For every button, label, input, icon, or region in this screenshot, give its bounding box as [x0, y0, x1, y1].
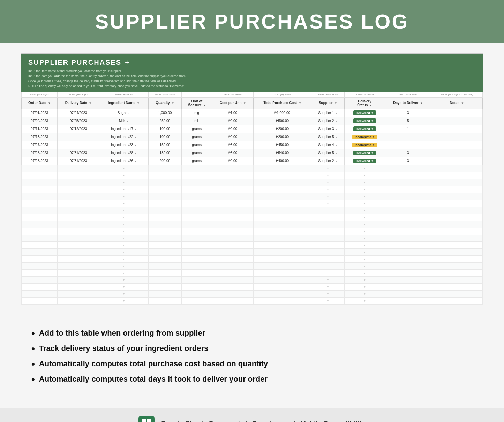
cell-notes[interactable] — [431, 117, 483, 125]
empty-order-date[interactable] — [22, 290, 58, 297]
empty-quantity[interactable] — [148, 179, 181, 186]
col-notes[interactable]: Notes ▼ — [431, 97, 483, 109]
empty-quantity[interactable] — [148, 262, 181, 269]
empty-quantity[interactable] — [148, 248, 181, 255]
col-cost-per-unit[interactable]: Cost per Unit ▼ — [212, 97, 254, 109]
empty-notes[interactable] — [431, 248, 483, 255]
empty-notes[interactable] — [431, 179, 483, 186]
empty-delivery-date[interactable] — [58, 214, 99, 221]
empty-supplier[interactable] — [311, 165, 345, 172]
empty-ingredient[interactable] — [99, 214, 149, 221]
cell-order-date[interactable]: 07/20/2023 — [22, 117, 58, 125]
empty-quantity[interactable] — [148, 276, 181, 283]
cell-order-date[interactable]: 07/28/2023 — [22, 157, 58, 165]
cell-delivery-date[interactable]: 07/31/2023 — [58, 157, 99, 165]
cell-ingredient-name[interactable]: Ingredient #17 — [99, 125, 149, 133]
empty-status[interactable] — [345, 228, 385, 235]
filter-icon[interactable]: ▼ — [89, 102, 92, 105]
empty-status[interactable] — [345, 262, 385, 269]
empty-status[interactable] — [345, 269, 385, 276]
empty-ingredient[interactable] — [99, 165, 149, 172]
empty-notes[interactable] — [431, 297, 483, 304]
cell-quantity[interactable]: 100.00 — [148, 133, 181, 141]
empty-quantity[interactable] — [148, 290, 181, 297]
empty-delivery-date[interactable] — [58, 248, 99, 255]
cell-ingredient-name[interactable]: Ingredient #23 — [99, 141, 149, 149]
delivery-status-badge[interactable]: Incomplete ▼ — [352, 143, 377, 147]
empty-ingredient[interactable] — [99, 221, 149, 228]
cell-supplier[interactable]: Supplier 1 — [311, 109, 345, 117]
empty-delivery-date[interactable] — [58, 228, 99, 235]
empty-ingredient[interactable] — [99, 269, 149, 276]
cell-delivery-status[interactable]: Incomplete ▼ — [345, 133, 385, 141]
filter-icon[interactable]: ▼ — [137, 102, 140, 105]
empty-quantity[interactable] — [148, 214, 181, 221]
empty-quantity[interactable] — [148, 200, 181, 207]
col-unit-of-measure[interactable]: Unit ofMeasure ▼ — [181, 97, 212, 109]
filter-icon[interactable]: ▼ — [334, 102, 337, 105]
filter-icon[interactable]: ▼ — [461, 102, 464, 105]
empty-status[interactable] — [345, 165, 385, 172]
empty-notes[interactable] — [431, 241, 483, 248]
cell-notes[interactable] — [431, 133, 483, 141]
cell-order-date[interactable]: 07/13/2023 — [22, 133, 58, 141]
empty-ingredient[interactable] — [99, 235, 149, 241]
empty-supplier[interactable] — [311, 186, 345, 193]
empty-delivery-date[interactable] — [58, 235, 99, 241]
delivery-status-badge[interactable]: Delivered ▼ — [353, 126, 376, 131]
status-dropdown-arrow[interactable]: ▼ — [372, 136, 375, 138]
cell-notes[interactable] — [431, 141, 483, 149]
empty-supplier[interactable] — [311, 269, 345, 276]
empty-order-date[interactable] — [22, 262, 58, 269]
empty-ingredient[interactable] — [99, 283, 149, 290]
empty-notes[interactable] — [431, 276, 483, 283]
empty-notes[interactable] — [431, 228, 483, 235]
empty-notes[interactable] — [431, 172, 483, 179]
empty-ingredient[interactable] — [99, 290, 149, 297]
empty-order-date[interactable] — [22, 269, 58, 276]
cell-delivery-status[interactable]: Delivered ▼ — [345, 157, 385, 165]
empty-supplier[interactable] — [311, 200, 345, 207]
empty-status[interactable] — [345, 290, 385, 297]
empty-quantity[interactable] — [148, 283, 181, 290]
filter-icon[interactable]: ▼ — [203, 104, 206, 107]
empty-quantity[interactable] — [148, 241, 181, 248]
empty-ingredient[interactable] — [99, 179, 149, 186]
cell-delivery-status[interactable]: Delivered ▼ — [345, 149, 385, 157]
empty-notes[interactable] — [431, 193, 483, 200]
empty-status[interactable] — [345, 193, 385, 200]
empty-quantity[interactable] — [148, 269, 181, 276]
empty-supplier[interactable] — [311, 214, 345, 221]
empty-status[interactable] — [345, 214, 385, 221]
empty-quantity[interactable] — [148, 165, 181, 172]
empty-status[interactable] — [345, 172, 385, 179]
filter-icon[interactable]: ▼ — [420, 102, 423, 105]
status-dropdown-arrow[interactable]: ▼ — [371, 152, 374, 154]
empty-order-date[interactable] — [22, 186, 58, 193]
empty-ingredient[interactable] — [99, 276, 149, 283]
cell-order-date[interactable]: 07/28/2023 — [22, 149, 58, 157]
cell-quantity[interactable]: 250.00 — [148, 117, 181, 125]
empty-delivery-date[interactable] — [58, 186, 99, 193]
empty-ingredient[interactable] — [99, 228, 149, 235]
empty-order-date[interactable] — [22, 228, 58, 235]
empty-delivery-date[interactable] — [58, 297, 99, 304]
empty-order-date[interactable] — [22, 297, 58, 304]
empty-notes[interactable] — [431, 290, 483, 297]
cell-delivery-status[interactable]: Delivered ▼ — [345, 117, 385, 125]
cell-order-date[interactable]: 07/27/2023 — [22, 141, 58, 149]
empty-supplier[interactable] — [311, 283, 345, 290]
empty-delivery-date[interactable] — [58, 290, 99, 297]
empty-quantity[interactable] — [148, 186, 181, 193]
empty-status[interactable] — [345, 179, 385, 186]
delivery-status-badge[interactable]: Delivered ▼ — [353, 151, 376, 155]
empty-quantity[interactable] — [148, 235, 181, 241]
cell-delivery-date[interactable]: 07/04/2023 — [58, 109, 99, 117]
empty-notes[interactable] — [431, 214, 483, 221]
filter-icon[interactable]: ▼ — [48, 102, 51, 105]
cell-notes[interactable] — [431, 125, 483, 133]
empty-delivery-date[interactable] — [58, 269, 99, 276]
col-delivery-status[interactable]: DeliveryStatus ▼ — [345, 97, 385, 109]
col-days-to-deliver[interactable]: Days to Deliver ▼ — [385, 97, 431, 109]
empty-order-date[interactable] — [22, 165, 58, 172]
